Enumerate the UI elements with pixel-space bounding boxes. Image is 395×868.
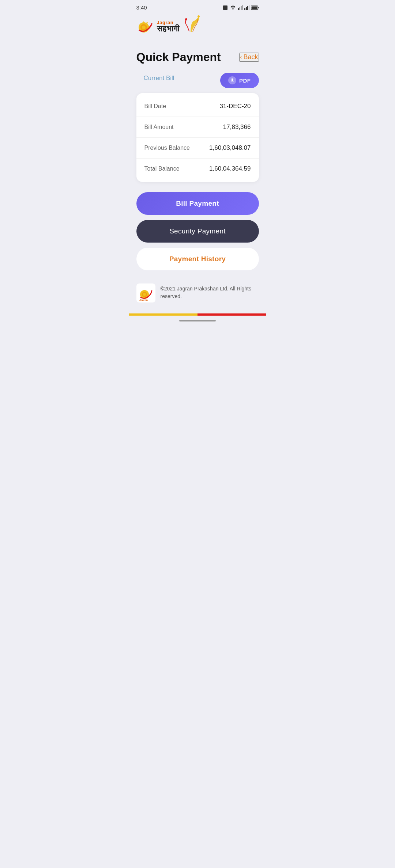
status-bar: 3:40 — [129, 0, 266, 14]
svg-point-14 — [198, 15, 200, 18]
bill-date-value: 31-DEC-20 — [219, 103, 251, 110]
svg-text:Jagran: Jagran — [139, 299, 148, 301]
svg-rect-9 — [251, 6, 257, 9]
payment-history-button[interactable]: Payment History — [136, 248, 259, 270]
logo-text-group: Jagran सहभागी — [157, 20, 180, 33]
table-row: Bill Amount 17,83,366 — [136, 117, 259, 138]
signal1-icon — [238, 5, 243, 10]
svg-rect-4 — [244, 8, 245, 10]
svg-rect-5 — [246, 7, 247, 10]
current-bill-label: Current Bill — [136, 75, 182, 82]
photo-icon — [222, 5, 228, 11]
pdf-download-icon — [228, 76, 236, 84]
battery-icon — [251, 5, 259, 10]
footer-copyright: ©2021 Jagran Prakashan Ltd. All Rights r… — [161, 283, 259, 300]
jagran-logo-icon — [136, 17, 155, 35]
security-payment-button[interactable]: Security Payment — [136, 220, 259, 243]
status-icons — [222, 5, 259, 11]
svg-rect-3 — [242, 5, 243, 10]
signal2-icon — [244, 5, 249, 10]
bill-card: Bill Date 31-DEC-20 Bill Amount 17,83,36… — [136, 93, 259, 182]
page-title: Quick Payment — [136, 50, 221, 64]
logo-decoration-icon — [183, 14, 201, 35]
previous-balance-value: 1,60,03,048.07 — [209, 144, 251, 152]
svg-rect-1 — [239, 7, 240, 10]
bill-payment-button[interactable]: Bill Payment — [136, 192, 259, 215]
svg-point-15 — [185, 18, 187, 20]
jagran-footer-logo: Jagran — [136, 283, 155, 302]
actions-section: Bill Payment Security Payment Payment Hi… — [129, 182, 266, 270]
bill-amount-label: Bill Amount — [144, 124, 174, 130]
jagran-footer-logo-icon: Jagran — [138, 285, 154, 301]
svg-rect-2 — [241, 6, 242, 10]
pdf-button[interactable]: PDF — [220, 73, 259, 88]
home-indicator-bar — [179, 320, 216, 321]
bill-header-row: Current Bill PDF — [129, 73, 266, 88]
total-balance-label: Total Balance — [144, 165, 180, 172]
svg-rect-6 — [247, 6, 248, 10]
status-time: 3:40 — [136, 4, 147, 11]
svg-point-18 — [143, 293, 146, 296]
previous-balance-label: Previous Balance — [144, 145, 190, 151]
logo-section: Jagran सहभागी — [129, 14, 266, 43]
svg-point-13 — [142, 26, 146, 29]
bill-date-label: Bill Date — [144, 103, 166, 110]
svg-rect-10 — [258, 7, 259, 8]
footer: Jagran ©2021 Jagran Prakashan Ltd. All R… — [129, 270, 266, 310]
svg-rect-7 — [249, 5, 249, 10]
wifi-icon — [230, 5, 236, 10]
logo-container: Jagran सहभागी — [136, 17, 259, 35]
back-label: Back — [243, 53, 258, 61]
table-row: Previous Balance 1,60,03,048.07 — [136, 138, 259, 159]
pdf-label: PDF — [239, 77, 251, 84]
bill-amount-value: 17,83,366 — [223, 123, 251, 131]
back-button[interactable]: ‹ Back — [239, 53, 259, 62]
svg-rect-0 — [238, 8, 239, 10]
table-row: Bill Date 31-DEC-20 — [136, 96, 259, 117]
back-chevron-icon: ‹ — [240, 54, 242, 60]
page-header: Quick Payment ‹ Back — [129, 43, 266, 73]
download-arrow-icon — [230, 78, 235, 83]
logo-hindi-text: सहभागी — [157, 25, 180, 33]
home-indicator — [129, 316, 266, 324]
table-row: Total Balance 1,60,04,364.59 — [136, 159, 259, 179]
total-balance-value: 1,60,04,364.59 — [209, 165, 251, 172]
